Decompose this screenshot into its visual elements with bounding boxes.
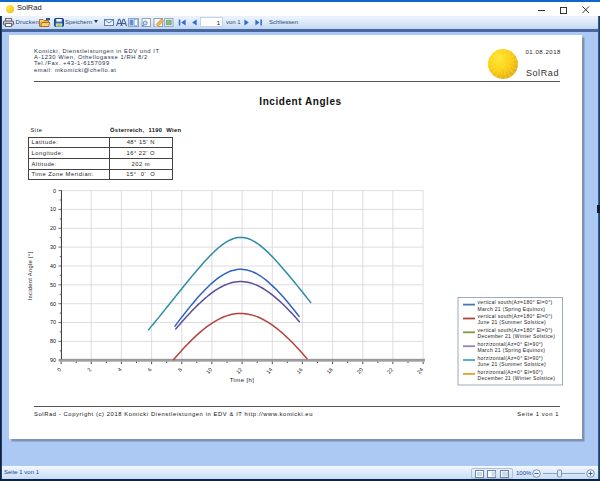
svg-text:22: 22 <box>386 366 394 374</box>
svg-text:50: 50 <box>50 282 56 288</box>
svg-text:10: 10 <box>205 366 213 374</box>
svg-text:0: 0 <box>56 366 62 372</box>
svg-text:vertical south(Az=180° El=0°): vertical south(Az=180° El=0°) <box>478 313 553 319</box>
svg-text:70: 70 <box>50 319 56 325</box>
svg-text:80: 80 <box>50 338 56 344</box>
svg-text:10: 10 <box>50 206 56 212</box>
svg-text:14: 14 <box>265 366 273 374</box>
svg-text:12: 12 <box>235 366 243 374</box>
svg-text:Incident Angle [°]: Incident Angle [°] <box>27 251 33 300</box>
svg-text:2: 2 <box>86 366 92 372</box>
svg-text:horzizontal(Az=0° El=90°): horzizontal(Az=0° El=90°) <box>478 355 544 361</box>
svg-text:vertical south(Az=180° El=0°): vertical south(Az=180° El=0°) <box>478 299 553 305</box>
svg-text:December 21 (Winter Solstice): December 21 (Winter Solstice) <box>478 333 556 339</box>
svg-text:March 21 (Spring Equinox): March 21 (Spring Equinox) <box>478 306 546 312</box>
svg-text:18: 18 <box>325 366 333 374</box>
svg-text:Time [h]: Time [h] <box>230 377 255 383</box>
svg-text:8: 8 <box>177 366 183 372</box>
svg-text:June 21 (Summer Solstice): June 21 (Summer Solstice) <box>478 361 547 367</box>
svg-text:0: 0 <box>53 188 56 194</box>
svg-text:4: 4 <box>116 366 122 372</box>
svg-text:vertical south(Az=180° El=0°): vertical south(Az=180° El=0°) <box>478 327 553 333</box>
svg-text:horzizontal(Az=0° El=90°): horzizontal(Az=0° El=90°) <box>478 369 544 375</box>
svg-text:40: 40 <box>50 263 56 269</box>
svg-text:December 21 (Winter Solstice): December 21 (Winter Solstice) <box>478 375 556 381</box>
svg-text:March 21 (Spring Equinox): March 21 (Spring Equinox) <box>478 347 546 353</box>
svg-text:16: 16 <box>295 366 303 374</box>
svg-text:24: 24 <box>416 366 424 374</box>
svg-text:30: 30 <box>50 244 56 250</box>
svg-text:60: 60 <box>50 301 56 307</box>
svg-text:90: 90 <box>50 357 56 363</box>
svg-text:20: 20 <box>356 366 364 374</box>
svg-text:20: 20 <box>50 225 56 231</box>
svg-text:6: 6 <box>146 366 152 372</box>
svg-text:June 21 (Summer Solstice): June 21 (Summer Solstice) <box>478 319 547 325</box>
svg-text:horzizontal(Az=0° El=90°): horzizontal(Az=0° El=90°) <box>478 341 544 347</box>
